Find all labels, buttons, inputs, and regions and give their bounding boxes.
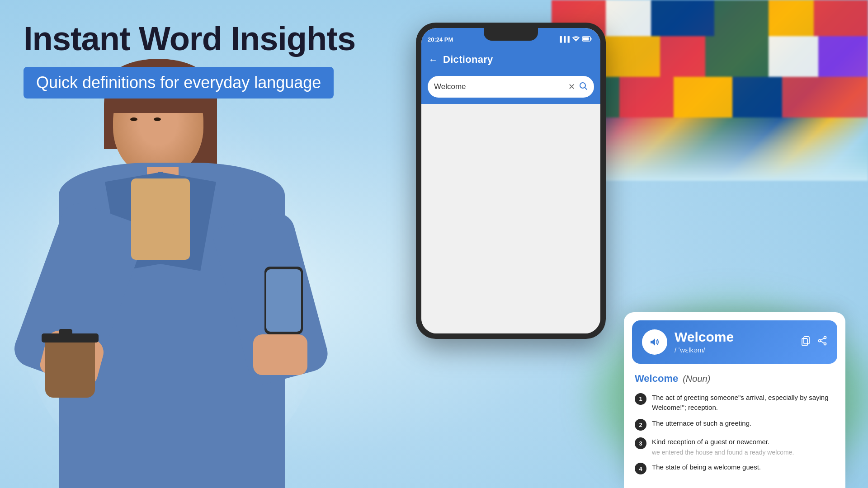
word-title: Welcome: [675, 329, 794, 345]
person-illustration: [14, 45, 348, 488]
svg-rect-3: [591, 38, 592, 40]
left-content-area: Instant Word Insights Quick definitions …: [24, 20, 355, 99]
phone-body-bg: [421, 104, 600, 333]
svg-line-5: [585, 87, 587, 89]
definition-card: Welcome / ˈwɛlkəm/: [624, 312, 845, 488]
phone-header-title: Dictionary: [443, 54, 493, 66]
word-blue-label: Welcome: [635, 373, 678, 385]
svg-line-12: [821, 341, 824, 343]
svg-point-0: [576, 41, 576, 42]
back-button[interactable]: ←: [429, 55, 438, 65]
def-text-3: Kind reception of a guest or newcomer. w…: [652, 437, 794, 456]
word-info: Welcome / ˈwɛlkəm/: [675, 329, 794, 354]
def-text-1: The act of greeting someone"s arrival, e…: [652, 393, 835, 413]
shirt: [131, 178, 190, 260]
phone-in-hand-screen: [266, 269, 301, 332]
phone-search-area: Welcome ✕: [421, 71, 600, 104]
svg-rect-7: [802, 338, 807, 346]
word-pos-line: Welcome (Noun): [635, 373, 835, 385]
phone-mockup: 20:24 PM ▐▐▐: [416, 23, 606, 339]
svg-line-11: [821, 338, 824, 340]
eye-right: [154, 117, 161, 121]
coffee-cup-hole: [59, 329, 72, 335]
page-title: Instant Word Insights: [24, 20, 355, 57]
subtitle-box: Quick definitions for everyday language: [24, 67, 334, 99]
speaker-icon: [648, 336, 661, 348]
signal-icon: ▐▐▐: [558, 36, 570, 42]
word-phonetic: / ˈwɛlkəm/: [675, 346, 794, 354]
svg-point-9: [824, 343, 826, 345]
definition-body: Welcome (Noun) 1 The act of greeting som…: [624, 364, 845, 479]
def-num-3: 3: [635, 437, 646, 449]
def-num-2: 2: [635, 419, 646, 431]
definition-list: 1 The act of greeting someone"s arrival,…: [635, 393, 835, 474]
phone-app-header: ← Dictionary: [421, 48, 600, 71]
svg-rect-6: [804, 337, 809, 344]
def-item-2: 2 The utternace of such a greeting.: [635, 418, 835, 431]
word-header-card: Welcome / ˈwɛlkəm/: [632, 320, 837, 364]
def-num-1: 1: [635, 393, 646, 405]
svg-point-10: [819, 339, 821, 342]
phone-notch: [484, 28, 538, 41]
def-item-3: 3 Kind reception of a guest or newcomer.…: [635, 437, 835, 456]
wifi-icon: [572, 36, 580, 43]
search-button[interactable]: [579, 81, 588, 93]
battery-icon: [582, 36, 592, 43]
def-item-4: 4 The state of being a welcome guest.: [635, 462, 835, 474]
svg-point-8: [824, 336, 826, 338]
search-value: Welcome: [434, 82, 565, 91]
def-text-4: The state of being a welcome guest.: [652, 462, 761, 472]
phone-screen: 20:24 PM ▐▐▐: [421, 28, 600, 333]
word-actions: [801, 336, 827, 348]
coffee-cup-body: [45, 339, 95, 398]
share-button[interactable]: [817, 336, 827, 348]
speaker-button[interactable]: [642, 329, 667, 355]
copy-button[interactable]: [801, 336, 811, 348]
svg-rect-2: [583, 38, 589, 41]
phone-outer-frame: 20:24 PM ▐▐▐: [416, 23, 606, 339]
right-hand: [253, 334, 307, 375]
eye-left: [130, 117, 137, 121]
word-pos-label: (Noun): [683, 374, 710, 384]
def-num-4: 4: [635, 463, 646, 474]
clear-search-button[interactable]: ✕: [568, 82, 575, 92]
def-item-1: 1 The act of greeting someone"s arrival,…: [635, 393, 835, 413]
phone-search-box[interactable]: Welcome ✕: [428, 76, 594, 98]
status-icons: ▐▐▐: [558, 36, 592, 43]
status-time: 20:24 PM: [428, 36, 453, 43]
def-text-2: The utternace of such a greeting.: [652, 418, 751, 428]
